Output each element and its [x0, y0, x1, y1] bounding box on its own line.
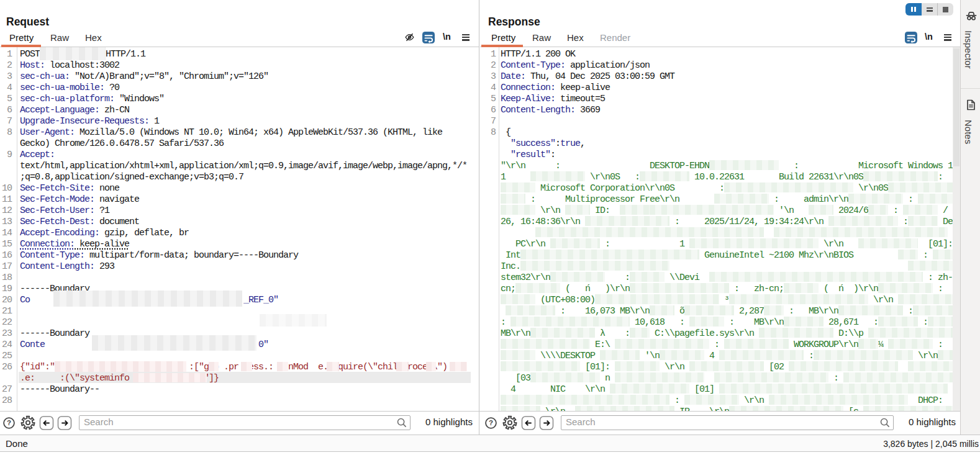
- svg-text:?: ?: [6, 419, 11, 426]
- svg-text:?: ?: [488, 419, 492, 426]
